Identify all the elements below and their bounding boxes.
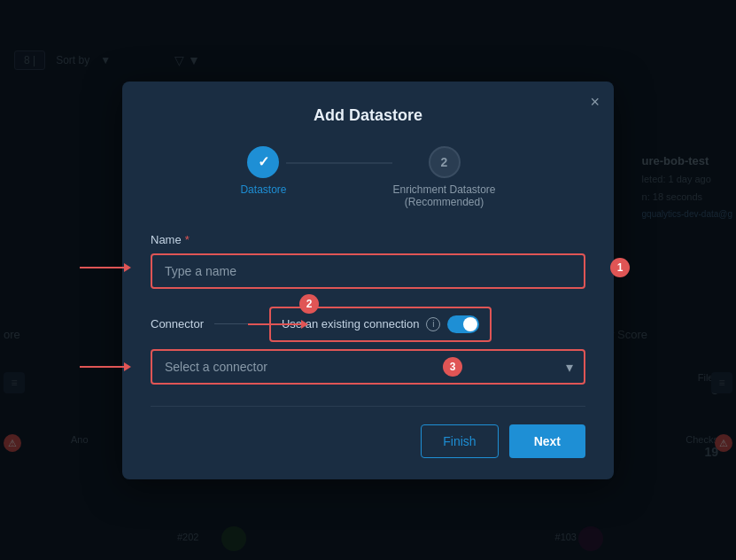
annotation-circle-1: 1 — [610, 258, 630, 277]
modal-title: Add Datastore — [151, 106, 585, 125]
check-icon: ✓ — [258, 153, 269, 170]
modal-divider — [151, 406, 585, 407]
select-connector-wrapper: Select a connector 3 — [151, 349, 585, 385]
info-icon[interactable]: i — [426, 317, 440, 331]
stepper: ✓ Datastore 2 Enrichment Datastore(Recom… — [151, 146, 585, 208]
arrow-2 — [248, 320, 308, 329]
step-1-label: Datastore — [240, 183, 286, 196]
connector-row: Connector Use an existing connection i 2 — [151, 307, 585, 342]
close-button[interactable]: × — [590, 94, 600, 110]
modal-footer: Finish Next — [151, 424, 585, 458]
name-field-group: Name * 1 — [151, 233, 585, 289]
name-label: Name * — [151, 233, 585, 246]
name-input[interactable] — [151, 253, 585, 289]
use-existing-toggle[interactable] — [447, 315, 479, 333]
step-2-circle: 2 — [429, 146, 461, 178]
connector-field-group: Connector Use an existing connection i 2 — [151, 307, 585, 385]
add-datastore-modal: × Add Datastore ✓ Datastore 2 Enrichment… — [122, 82, 614, 479]
next-button[interactable]: Next — [509, 424, 585, 458]
step-1-circle: ✓ — [247, 146, 279, 178]
step-2-number: 2 — [441, 155, 448, 169]
select-wrapper: Select a connector — [151, 349, 585, 385]
annotation-1: 1 — [610, 258, 630, 277]
step-2-enrichment: 2 Enrichment Datastore(Recommended) — [392, 146, 495, 208]
arrow-1 — [80, 263, 131, 272]
annotation-3: 3 — [443, 357, 462, 377]
arrow-3 — [80, 362, 131, 371]
step-1-datastore: ✓ Datastore — [240, 146, 286, 196]
connector-select[interactable]: Select a connector — [151, 349, 585, 385]
annotation-2: 2 — [299, 294, 319, 314]
finish-button[interactable]: Finish — [421, 424, 498, 458]
step-connector — [286, 162, 392, 164]
connector-label: Connector — [151, 317, 204, 331]
modal-overlay: × Add Datastore ✓ Datastore 2 Enrichment… — [0, 0, 736, 560]
step-2-label: Enrichment Datastore(Recommended) — [392, 183, 495, 208]
